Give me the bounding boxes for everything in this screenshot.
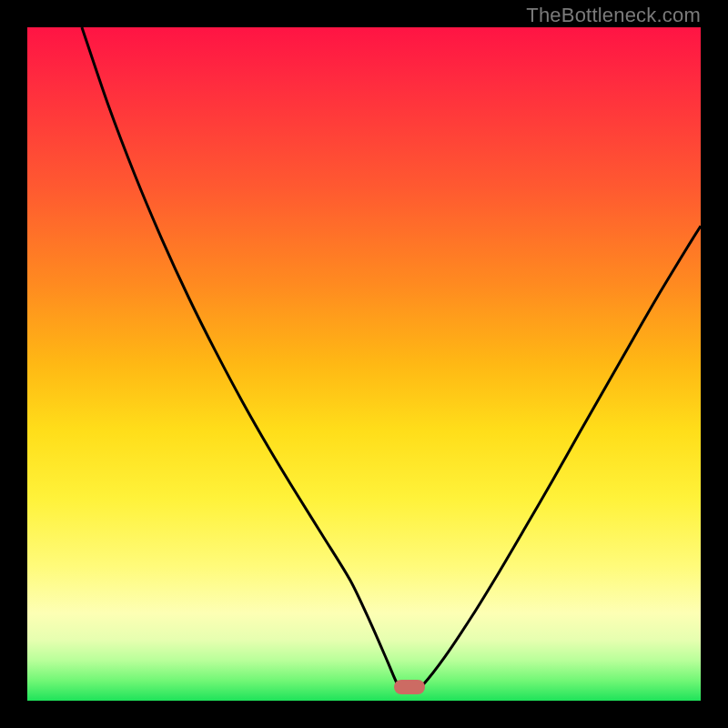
chart-frame: TheBottleneck.com: [0, 0, 728, 728]
curve-path: [82, 27, 701, 687]
bottleneck-curve: [27, 27, 701, 701]
watermark-text: TheBottleneck.com: [526, 4, 701, 27]
min-marker: [394, 680, 425, 694]
